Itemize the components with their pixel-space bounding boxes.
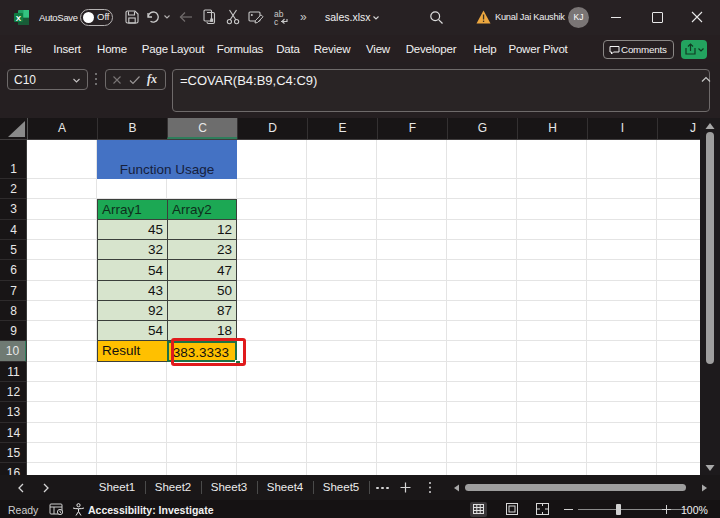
svg-text:X: X [16,14,22,23]
